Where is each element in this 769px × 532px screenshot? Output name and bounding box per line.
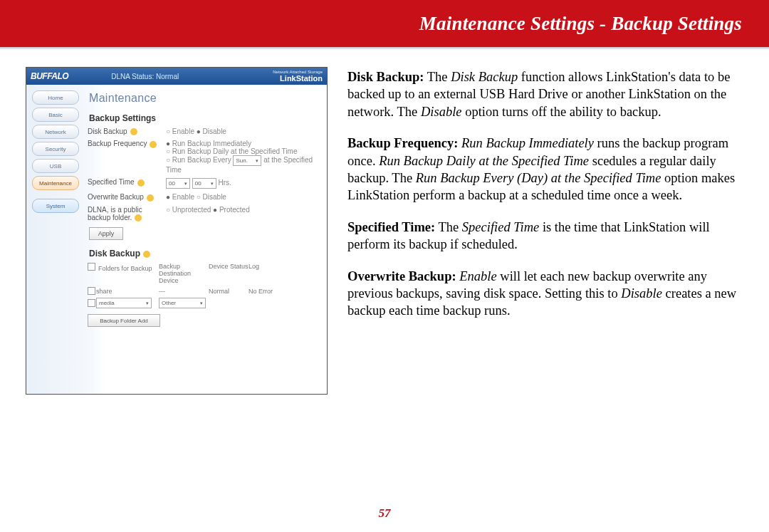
row-checkbox[interactable] <box>88 299 95 307</box>
disk-backup-paragraph: Disk Backup: The Disk Backup function al… <box>347 68 743 120</box>
settings-grid: Disk Backup Enable Disable Backup Freque… <box>88 127 321 221</box>
term-disk-backup: Disk Backup: <box>347 70 424 84</box>
page-title: Maintenance Settings - Backup Settings <box>419 13 742 35</box>
disk-backup-disable-radio[interactable]: Disable <box>197 127 226 135</box>
product-brand: Network Attached Storage LinkStation <box>273 70 323 83</box>
specified-time-value: 00 00 Hrs. <box>166 178 321 189</box>
minute-select[interactable]: 00 <box>192 178 216 189</box>
description-column: Disk Backup: The Disk Backup function al… <box>347 67 743 334</box>
apply-button[interactable]: Apply <box>89 227 123 240</box>
add-backup-folder-button[interactable]: Backup Folder Add <box>88 314 160 327</box>
app-body: Home Basic Network Security USB Maintena… <box>26 85 327 394</box>
sidebar-item-home[interactable]: Home <box>32 90 79 105</box>
content-row: BUFFALO DLNA Status: Normal Network Atta… <box>0 50 769 395</box>
page-number: 57 <box>379 506 391 521</box>
col-dest: Backup Destination Device <box>159 263 209 284</box>
sidebar-item-usb[interactable]: USB <box>32 159 79 173</box>
disk-backup-options: Enable Disable <box>166 127 321 135</box>
info-icon[interactable] <box>130 128 137 135</box>
col-log: Log <box>249 263 288 284</box>
app-topbar: BUFFALO DLNA Status: Normal Network Atta… <box>26 68 327 85</box>
product-brand-label: LinkStation <box>280 74 323 83</box>
hour-select[interactable]: 00 <box>166 178 190 189</box>
select-all-checkbox[interactable] <box>88 263 95 271</box>
subsection-disk-backup: Disk Backup <box>89 249 321 259</box>
overwrite-enable-radio[interactable]: Enable <box>166 193 194 201</box>
row-log: No Error <box>249 288 288 295</box>
info-icon[interactable] <box>143 251 150 258</box>
term-specified-time: Specified Time: <box>347 220 435 234</box>
freq-weekly-radio[interactable]: Run Backup Every <box>166 156 231 164</box>
main-panel: Maintenance Backup Settings Disk Backup … <box>85 85 327 394</box>
col-devstat: Device Status <box>209 263 249 284</box>
header-bar: Maintenance Settings - Backup Settings <box>0 0 769 47</box>
section-heading: Maintenance <box>89 92 321 105</box>
backup-frequency-options: Run Backup Immediately Run Backup Daily … <box>166 140 321 174</box>
dlna-protected-radio[interactable]: Protected <box>213 206 250 214</box>
row-dest-select[interactable]: Other <box>159 298 206 308</box>
row-status: Normal <box>209 288 249 295</box>
freq-immediate-radio[interactable]: Run Backup Immediately <box>166 140 251 147</box>
specified-time-label: Specified Time <box>88 178 166 189</box>
row-folder: share <box>96 288 159 295</box>
term-backup-frequency: Backup Frequency: <box>347 136 458 150</box>
info-icon[interactable] <box>135 214 142 221</box>
disk-backup-enable-radio[interactable]: Enable <box>166 127 194 135</box>
term-overwrite-backup: Overwrite Backup: <box>347 269 456 283</box>
overwrite-backup-paragraph: Overwrite Backup: Enable will let each n… <box>347 268 743 320</box>
info-icon[interactable] <box>150 141 157 148</box>
dlna-unprotected-radio[interactable]: Unprotected <box>166 206 211 214</box>
manual-page: Maintenance Settings - Backup Settings B… <box>0 0 769 532</box>
backup-table-header: Folders for Backup Backup Destination De… <box>88 263 321 284</box>
table-row: media Other <box>88 298 321 308</box>
info-icon[interactable] <box>137 179 145 187</box>
sidebar-item-maintenance[interactable]: Maintenance <box>32 176 79 190</box>
sidebar-item-system[interactable]: System <box>32 199 79 213</box>
overwrite-disable-radio[interactable]: Disable <box>197 193 226 201</box>
dlna-folder-label: DLNA, is a public backup folder. <box>88 206 166 221</box>
ui-screenshot: BUFFALO DLNA Status: Normal Network Atta… <box>26 67 328 395</box>
info-icon[interactable] <box>147 194 154 202</box>
dlna-folder-options: Unprotected Protected <box>166 206 321 221</box>
table-row: share --- Normal No Error <box>88 287 321 295</box>
row-folder-select[interactable]: media <box>96 298 152 308</box>
sidebar-item-basic[interactable]: Basic <box>32 108 79 122</box>
overwrite-label: Overwrite Backup <box>88 193 166 201</box>
col-folder: Folders for Backup <box>88 263 159 284</box>
time-unit: Hrs. <box>219 179 231 187</box>
row-checkbox[interactable] <box>88 287 95 295</box>
overwrite-options: Enable Disable <box>166 193 321 201</box>
weekday-select[interactable]: Sun. <box>233 155 261 166</box>
freq-daily-radio[interactable]: Run Backup Daily at the Specified Time <box>166 147 297 155</box>
sidebar: Home Basic Network Security USB Maintena… <box>26 85 85 394</box>
backup-frequency-paragraph: Backup Frequency: Run Backup Immediately… <box>347 135 743 204</box>
disk-backup-label: Disk Backup <box>88 127 166 135</box>
subsection-backup-settings: Backup Settings <box>89 113 321 123</box>
sidebar-item-network[interactable]: Network <box>32 125 79 139</box>
sidebar-item-security[interactable]: Security <box>32 142 79 156</box>
row-dest: --- <box>159 288 209 295</box>
brand-logo: BUFFALO <box>31 71 68 81</box>
specified-time-paragraph: Specified Time: The Specified Time is th… <box>347 219 743 254</box>
dlna-status: DLNA Status: Normal <box>111 73 179 80</box>
backup-frequency-label: Backup Frequency <box>88 140 166 174</box>
